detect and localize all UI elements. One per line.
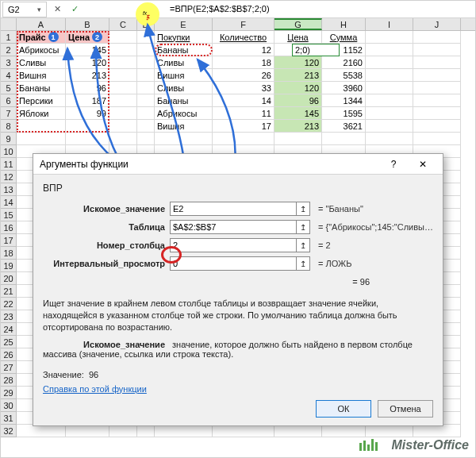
cell-A4[interactable]: Вишня <box>17 69 66 82</box>
row-header-4[interactable]: 4 <box>1 69 17 82</box>
cell-D4[interactable] <box>137 69 155 82</box>
cell-F4[interactable]: 26 <box>213 69 274 82</box>
cell-B32[interactable] <box>66 425 109 437</box>
cell-C2[interactable] <box>109 44 137 56</box>
cell-A32[interactable] <box>17 425 66 437</box>
cell-E2[interactable]: Бананы <box>155 44 213 56</box>
range-picker-icon[interactable]: ↥ <box>296 202 310 216</box>
row-header-10[interactable]: 10 <box>1 145 17 158</box>
cell-I5[interactable] <box>366 82 413 94</box>
cell-I8[interactable] <box>366 120 413 133</box>
cancel-formula-icon[interactable]: ✕ <box>52 4 63 15</box>
cell-D3[interactable] <box>137 56 155 69</box>
cell-B6[interactable]: 187 <box>66 94 109 107</box>
arg-input-table[interactable] <box>170 220 297 234</box>
dialog-help-link[interactable]: Справка по этой функции <box>43 384 433 394</box>
col-header-b[interactable]: B <box>66 18 109 30</box>
cell-C6[interactable] <box>109 94 137 107</box>
row-header-31[interactable]: 31 <box>1 412 17 425</box>
cell-A7[interactable]: Яблоки <box>17 107 66 120</box>
row-header-16[interactable]: 16 <box>1 221 17 234</box>
cell-C4[interactable] <box>109 69 137 82</box>
cell-J8[interactable] <box>413 120 461 133</box>
row-header-29[interactable]: 29 <box>1 387 17 399</box>
col-header-a[interactable]: A <box>17 18 66 30</box>
row-header-27[interactable]: 27 <box>1 361 17 374</box>
cell-F2[interactable]: 12 <box>213 44 274 56</box>
dialog-help-button[interactable]: ? <box>380 156 407 172</box>
formula-bar-text[interactable]: =ВПР(E2;$A$2:$B$7;2;0) <box>170 4 270 13</box>
row-header-11[interactable]: 11 <box>1 158 17 171</box>
cell-H1[interactable]: Сумма <box>322 31 366 44</box>
cell-D7[interactable] <box>137 107 155 120</box>
cell-E3[interactable]: Сливы <box>155 56 213 69</box>
cell-G1[interactable]: Цена <box>274 31 322 44</box>
cell-H4[interactable]: 5538 <box>322 69 366 82</box>
row-header-3[interactable]: 3 <box>1 56 17 69</box>
cell-J6[interactable] <box>413 94 461 107</box>
cell-D6[interactable] <box>137 94 155 107</box>
row-header-21[interactable]: 21 <box>1 285 17 298</box>
dialog-close-button[interactable]: ✕ <box>409 156 436 172</box>
cell-G7[interactable]: 145 <box>274 107 322 120</box>
row-header-17[interactable]: 17 <box>1 234 17 247</box>
row-header-8[interactable]: 8 <box>1 120 17 133</box>
fx-insert-function-button[interactable]: fx <box>136 2 159 26</box>
cell-D8[interactable] <box>137 120 155 133</box>
col-header-h[interactable]: H <box>322 18 366 30</box>
col-header-f[interactable]: F <box>213 18 274 30</box>
cell-E4[interactable]: Вишня <box>155 69 213 82</box>
cell-B5[interactable]: 96 <box>66 82 109 94</box>
row-header-25[interactable]: 25 <box>1 336 17 348</box>
row-header-28[interactable]: 28 <box>1 374 17 387</box>
cell-H8[interactable]: 3621 <box>322 120 366 133</box>
cell-F6[interactable]: 14 <box>213 94 274 107</box>
cell-G4[interactable]: 213 <box>274 69 322 82</box>
cell-H9[interactable] <box>322 133 366 145</box>
cell-J1[interactable] <box>413 31 461 44</box>
cell-I7[interactable] <box>366 107 413 120</box>
row-header-14[interactable]: 14 <box>1 196 17 209</box>
row-header-12[interactable]: 12 <box>1 171 17 183</box>
cell-E8[interactable]: Вишня <box>155 120 213 133</box>
col-header-g[interactable]: G <box>274 18 322 30</box>
cell-D9[interactable] <box>137 133 155 145</box>
cell-E6[interactable]: Бананы <box>155 94 213 107</box>
cell-J32[interactable] <box>413 425 461 437</box>
cell-D5[interactable] <box>137 82 155 94</box>
cell-A8[interactable] <box>17 120 66 133</box>
cell-J3[interactable] <box>413 56 461 69</box>
cell-C3[interactable] <box>109 56 137 69</box>
arg-input-lookup[interactable] <box>170 202 297 216</box>
cell-B1[interactable]: Цена2 <box>66 31 109 44</box>
arg-input-range[interactable] <box>170 256 297 271</box>
cell-B3[interactable]: 120 <box>66 56 109 69</box>
cell-I4[interactable] <box>366 69 413 82</box>
cell-D32[interactable] <box>137 425 155 437</box>
cell-D2[interactable] <box>137 44 155 56</box>
cell-J4[interactable] <box>413 69 461 82</box>
row-header-23[interactable]: 23 <box>1 310 17 323</box>
row-header-1[interactable]: 1 <box>1 31 17 44</box>
cell-I32[interactable] <box>366 425 413 437</box>
cell-H6[interactable]: 1344 <box>322 94 366 107</box>
cell-F7[interactable]: 11 <box>213 107 274 120</box>
select-all-corner[interactable] <box>1 18 17 30</box>
row-header-19[interactable]: 19 <box>1 260 17 272</box>
cell-G8[interactable]: 213 <box>274 120 322 133</box>
cell-F8[interactable]: 17 <box>213 120 274 133</box>
cell-H5[interactable]: 3960 <box>322 82 366 94</box>
row-header-26[interactable]: 26 <box>1 348 17 361</box>
cell-E5[interactable]: Сливы <box>155 82 213 94</box>
cell-E9[interactable] <box>155 133 213 145</box>
cell-B2[interactable]: 145 <box>66 44 109 56</box>
cell-F32[interactable] <box>213 425 274 437</box>
col-header-e[interactable]: E <box>155 18 213 30</box>
cell-I6[interactable] <box>366 94 413 107</box>
col-header-c[interactable]: C <box>109 18 137 30</box>
cell-I2[interactable] <box>366 44 413 56</box>
arg-input-col[interactable] <box>170 238 297 252</box>
cell-G32[interactable] <box>274 425 322 437</box>
cell-E1[interactable]: Покупки <box>155 31 213 44</box>
cell-F3[interactable]: 18 <box>213 56 274 69</box>
